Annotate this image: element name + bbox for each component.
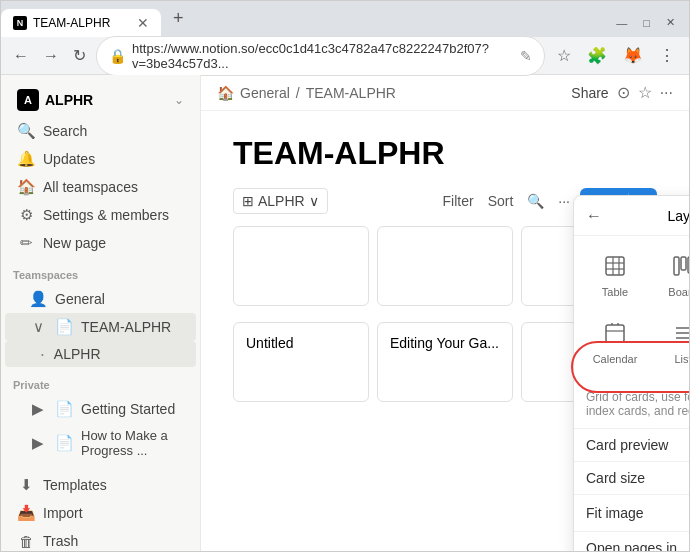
sidebar-trash-label: Trash — [43, 533, 78, 549]
layout-options-grid: Table Board — [574, 236, 689, 384]
sidebar-item-trash[interactable]: 🗑 Trash — [5, 527, 196, 551]
app-content: A ALPHR ⌄ 🔍 Search 🔔 Updates 🏠 All teams… — [1, 75, 689, 551]
table-layout-label: Table — [602, 286, 628, 298]
win-maximize[interactable]: □ — [637, 15, 656, 31]
page-area: TEAM-ALPHR ⊞ ALPHR ∨ Filter Sort 🔍 ··· — [201, 111, 689, 551]
extensions-button[interactable]: 🧩 — [581, 42, 613, 69]
breadcrumb-separator: / — [296, 85, 300, 101]
layout-option-calendar[interactable]: Calendar — [584, 313, 646, 374]
bookmark-star-button[interactable]: ☆ — [551, 42, 577, 69]
teamspaces-section-label: Teamspaces — [1, 257, 200, 285]
sidebar-item-all-teamspaces[interactable]: 🏠 All teamspaces — [5, 173, 196, 201]
alphr-dot-icon: • — [41, 350, 44, 359]
new-tab-button[interactable]: + — [165, 4, 192, 33]
open-pages-label: Open pages in — [586, 540, 689, 551]
card-size-row[interactable]: Card size Medium › — [574, 462, 689, 495]
open-pages-row[interactable]: Open pages in Center peek › — [574, 532, 689, 551]
sidebar-search-label: Search — [43, 123, 87, 139]
win-close[interactable]: ✕ — [660, 14, 681, 31]
gallery-card[interactable] — [233, 226, 369, 306]
svg-rect-0 — [606, 257, 624, 275]
panel-description: Grid of cards, use for mood boards, inde… — [574, 384, 689, 429]
breadcrumb-actions: Share ⊙ ☆ ··· — [571, 83, 673, 102]
sidebar-item-alphr[interactable]: • ALPHR — [5, 341, 196, 367]
active-tab[interactable]: N TEAM-ALPHR ✕ — [1, 9, 161, 37]
tab-close-button[interactable]: ✕ — [137, 15, 149, 31]
more-options-icon[interactable]: ··· — [660, 84, 673, 102]
workspace-chevron-icon: ⌄ — [174, 93, 184, 107]
sidebar-item-how-to[interactable]: ▶ 📄 How to Make a Progress ... — [5, 423, 196, 463]
how-to-page-icon: 📄 — [55, 434, 73, 452]
breadcrumb-page: TEAM-ALPHR — [306, 85, 396, 101]
sidebar-item-search[interactable]: 🔍 Search — [5, 117, 196, 145]
card-title-editing: Editing Your Ga... — [390, 335, 499, 351]
updates-icon: 🔔 — [17, 150, 35, 168]
layout-option-board[interactable]: Board — [652, 246, 689, 307]
table-layout-icon — [604, 255, 626, 282]
team-alphr-page-icon: 📄 — [55, 318, 73, 336]
how-to-icon: ▶ — [29, 434, 47, 452]
browser-toolbar: ← → ↻ 🔒 https://www.notion.so/ecc0c1d41c… — [1, 37, 689, 75]
layout-panel: ← Layout ✕ — [573, 195, 689, 551]
share-button[interactable]: Share — [571, 85, 608, 101]
bottom-card-editing[interactable]: Editing Your Ga... — [377, 322, 513, 402]
sidebar-templates-label: Templates — [43, 477, 107, 493]
board-layout-label: Board — [668, 286, 689, 298]
workspace-selector[interactable]: A ALPHR ⌄ — [5, 83, 196, 117]
more-db-options-button[interactable]: ··· — [554, 189, 574, 213]
new-page-icon: ✏ — [17, 234, 35, 252]
refresh-button[interactable]: ↻ — [69, 42, 90, 69]
sidebar-item-settings[interactable]: ⚙ Settings & members — [5, 201, 196, 229]
toolbar-actions: ☆ 🧩 🦊 ⋮ — [551, 42, 681, 69]
fit-image-label: Fit image — [586, 505, 689, 521]
sort-button[interactable]: Sort — [484, 189, 518, 213]
sidebar-item-templates[interactable]: ⬇ Templates — [5, 471, 196, 499]
browser-menu-button[interactable]: ⋮ — [653, 42, 681, 69]
address-bar[interactable]: 🔒 https://www.notion.so/ecc0c1d41c3c4782… — [96, 36, 545, 76]
edit-url-icon[interactable]: ✎ — [520, 48, 532, 64]
bottom-card-untitled[interactable]: Untitled — [233, 322, 369, 402]
breadcrumb-bar: 🏠 General / TEAM-ALPHR Share ⊙ ☆ ··· — [201, 75, 689, 111]
breadcrumb-home-icon: 🏠 — [217, 85, 234, 101]
profile-button[interactable]: 🦊 — [617, 42, 649, 69]
layout-option-list[interactable]: List — [652, 313, 689, 374]
db-view-selector[interactable]: ⊞ ALPHR ∨ — [233, 188, 328, 214]
help-circle-icon[interactable]: ⊙ — [617, 83, 630, 102]
sidebar-item-getting-started[interactable]: ▶ 📄 Getting Started — [5, 395, 196, 423]
sidebar-item-import[interactable]: 📥 Import — [5, 499, 196, 527]
forward-button[interactable]: → — [39, 43, 63, 69]
sidebar-teamspaces-label: All teamspaces — [43, 179, 138, 195]
teamspaces-icon: 🏠 — [17, 178, 35, 196]
db-view-name: ALPHR — [258, 193, 305, 209]
win-minimize[interactable]: — — [610, 15, 633, 31]
team-alphr-expand-icon: ∨ — [29, 318, 47, 336]
card-preview-row[interactable]: Card preview Page cover › — [574, 429, 689, 462]
db-view-grid-icon: ⊞ — [242, 193, 254, 209]
panel-back-button[interactable]: ← — [586, 207, 602, 225]
sidebar-updates-label: Updates — [43, 151, 95, 167]
getting-started-page-icon: 📄 — [55, 400, 73, 418]
star-icon[interactable]: ☆ — [638, 83, 652, 102]
fit-image-row[interactable]: Fit image — [574, 495, 689, 532]
gallery-card[interactable] — [377, 226, 513, 306]
card-size-label: Card size — [586, 470, 689, 486]
board-layout-icon — [672, 255, 689, 282]
sidebar-settings-label: Settings & members — [43, 207, 169, 223]
sidebar-how-to-label: How to Make a Progress ... — [81, 428, 184, 458]
panel-header: ← Layout ✕ — [574, 196, 689, 236]
back-button[interactable]: ← — [9, 43, 33, 69]
sidebar-item-new-page[interactable]: ✏ New page — [5, 229, 196, 257]
sidebar: A ALPHR ⌄ 🔍 Search 🔔 Updates 🏠 All teams… — [1, 75, 201, 551]
layout-option-table[interactable]: Table — [584, 246, 646, 307]
card-title-untitled: Untitled — [246, 335, 293, 351]
sidebar-item-updates[interactable]: 🔔 Updates — [5, 145, 196, 173]
svg-rect-5 — [674, 257, 679, 275]
sidebar-getting-started-label: Getting Started — [81, 401, 175, 417]
sidebar-alphr-label: ALPHR — [54, 346, 101, 362]
sidebar-item-team-alphr[interactable]: ∨ 📄 TEAM-ALPHR — [5, 313, 196, 341]
search-button[interactable]: 🔍 — [523, 189, 548, 213]
filter-button[interactable]: Filter — [439, 189, 478, 213]
panel-title: Layout — [610, 208, 689, 224]
import-icon: 📥 — [17, 504, 35, 522]
sidebar-item-general[interactable]: 👤 General — [5, 285, 196, 313]
